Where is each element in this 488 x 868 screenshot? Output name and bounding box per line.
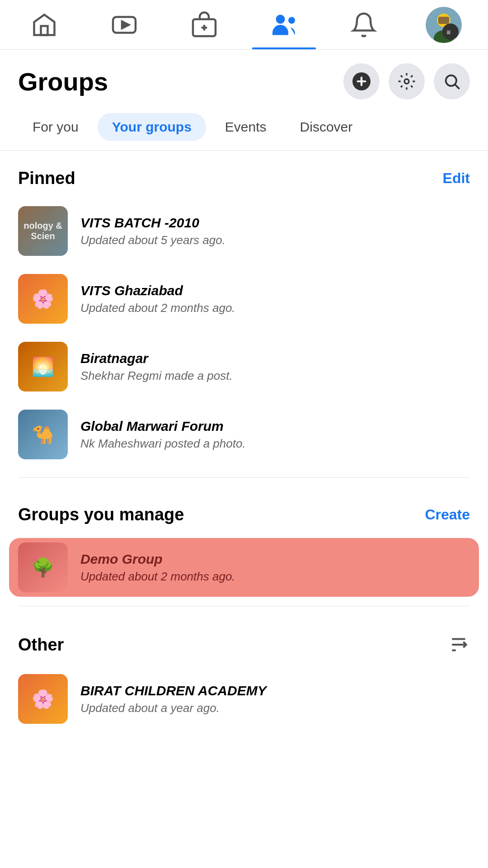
group-thumbnail: nology & Scien xyxy=(18,206,68,256)
nav-home[interactable] xyxy=(5,0,84,49)
group-thumbnail: 🌸 xyxy=(18,674,68,724)
group-info: BIRAT CHILDREN ACADEMY Updated about a y… xyxy=(80,683,267,715)
tab-events[interactable]: Events xyxy=(211,113,281,141)
sort-button[interactable] xyxy=(447,633,470,656)
managed-section-title: Groups you manage xyxy=(18,505,184,524)
svg-marker-2 xyxy=(122,21,129,28)
nav-people[interactable] xyxy=(244,0,324,49)
pinned-section-title: Pinned xyxy=(18,169,75,188)
svg-point-6 xyxy=(276,14,285,24)
list-item[interactable]: 🌸 BIRAT CHILDREN ACADEMY Updated about a… xyxy=(9,665,479,733)
list-item[interactable]: 🐪 Global Marwari Forum Nk Maheshwari pos… xyxy=(9,401,479,468)
top-navigation: ≡ xyxy=(0,0,488,50)
list-item[interactable]: 🌅 Biratnagar Shekhar Regmi made a post. xyxy=(9,333,479,401)
group-subtitle: Updated about 5 years ago. xyxy=(80,233,225,247)
nav-notifications[interactable] xyxy=(324,0,404,49)
other-section-title: Other xyxy=(18,635,64,655)
group-name: Biratnagar xyxy=(80,351,233,366)
list-item[interactable]: 🌳 Demo Group Updated about 2 months ago. xyxy=(9,538,479,597)
list-item[interactable]: nology & Scien VITS BATCH -2010 Updated … xyxy=(9,197,479,265)
pinned-edit-button[interactable]: Edit xyxy=(443,170,470,187)
svg-point-7 xyxy=(288,17,295,24)
group-info: Biratnagar Shekhar Regmi made a post. xyxy=(80,351,233,383)
section-divider xyxy=(18,477,470,478)
create-group-button[interactable]: Create xyxy=(425,506,470,523)
search-button[interactable] xyxy=(434,63,470,99)
tab-bar: For you Your groups Events Discover xyxy=(0,108,488,151)
group-subtitle: Updated about a year ago. xyxy=(80,701,267,715)
svg-rect-11 xyxy=(438,17,449,24)
list-item[interactable]: 🌸 VITS Ghaziabad Updated about 2 months … xyxy=(9,265,479,333)
section-divider xyxy=(18,606,470,606)
group-thumbnail: 🌅 xyxy=(18,342,68,392)
group-info: VITS BATCH -2010 Updated about 5 years a… xyxy=(80,215,225,247)
other-group-list: 🌸 BIRAT CHILDREN ACADEMY Updated about a… xyxy=(0,665,488,733)
svg-rect-0 xyxy=(41,26,48,35)
group-name: BIRAT CHILDREN ACADEMY xyxy=(80,683,267,698)
pinned-group-list: nology & Scien VITS BATCH -2010 Updated … xyxy=(0,197,488,468)
page-title: Groups xyxy=(18,67,108,96)
group-info: VITS Ghaziabad Updated about 2 months ag… xyxy=(80,283,235,315)
group-thumbnail: 🌸 xyxy=(18,274,68,324)
group-info: Demo Group Updated about 2 months ago. xyxy=(80,552,235,584)
group-subtitle: Nk Maheshwari posted a photo. xyxy=(80,437,246,451)
tab-for-you[interactable]: For you xyxy=(18,113,93,141)
nav-store[interactable] xyxy=(164,0,244,49)
group-name: VITS Ghaziabad xyxy=(80,283,235,298)
avatar: ≡ xyxy=(426,7,462,43)
group-subtitle: Shekhar Regmi made a post. xyxy=(80,369,233,383)
group-name: Global Marwari Forum xyxy=(80,419,246,434)
group-subtitle: Updated about 2 months ago. xyxy=(80,301,235,315)
add-group-button[interactable] xyxy=(343,63,380,99)
pinned-section-header: Pinned Edit xyxy=(0,151,488,197)
settings-button[interactable] xyxy=(389,63,425,99)
svg-point-18 xyxy=(446,75,456,86)
svg-line-19 xyxy=(455,85,460,89)
managed-section-header: Groups you manage Create xyxy=(0,487,488,533)
group-subtitle: Updated about 2 months ago. xyxy=(80,570,235,584)
other-section-header: Other xyxy=(0,615,488,665)
nav-profile[interactable]: ≡ xyxy=(404,0,483,49)
page-header: Groups xyxy=(0,50,488,108)
nav-video[interactable] xyxy=(84,0,164,49)
group-name: Demo Group xyxy=(80,552,235,567)
tab-discover[interactable]: Discover xyxy=(286,113,367,141)
header-actions xyxy=(343,63,470,99)
group-thumbnail: 🌳 xyxy=(18,542,68,592)
svg-text:≡: ≡ xyxy=(446,28,450,36)
group-name: VITS BATCH -2010 xyxy=(80,215,225,231)
svg-point-17 xyxy=(404,79,409,84)
tab-your-groups[interactable]: Your groups xyxy=(98,113,206,141)
group-thumbnail: 🐪 xyxy=(18,410,68,459)
group-info: Global Marwari Forum Nk Maheshwari poste… xyxy=(80,419,246,451)
